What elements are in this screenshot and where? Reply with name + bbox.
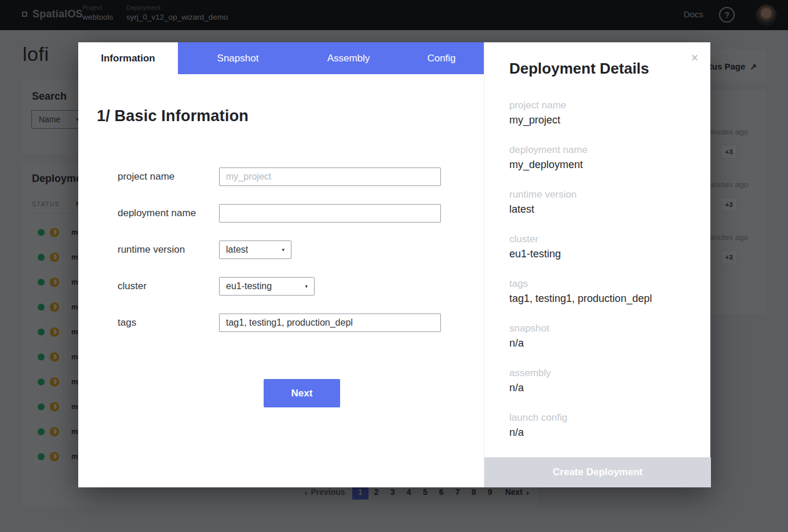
details-field-label: cluster [509, 232, 693, 246]
runtime-version-label: runtime version [118, 244, 219, 256]
cluster-label: cluster [118, 280, 219, 292]
create-deployment-wizard: Information Snapshot Assembly Config 1/ … [78, 42, 710, 487]
details-field-label: snapshot [509, 322, 693, 335]
form-row-tags: tags [118, 314, 484, 332]
form-row-deployment-name: deployment name [118, 204, 484, 223]
close-icon[interactable]: × [688, 52, 701, 64]
wizard-tab[interactable]: Config [399, 42, 484, 74]
details-field: runtime version latest [509, 188, 693, 217]
basic-information-form: project name deployment name runtime ver… [97, 167, 484, 407]
wizard-body: 1/ Basic Information project name deploy… [78, 74, 484, 407]
chevron-down-icon: ▾ [305, 283, 308, 289]
runtime-version-select[interactable]: latest ▾ [219, 241, 291, 259]
details-field-label: tags [509, 277, 693, 290]
details-field: cluster eu1-testing [509, 232, 693, 262]
wizard-tabs: Information Snapshot Assembly Config [78, 42, 484, 74]
create-deployment-button[interactable]: Create Deployment [484, 457, 711, 487]
details-field-label: assembly [509, 366, 693, 380]
details-field-label: runtime version [509, 188, 693, 201]
details-field-value: n/a [509, 380, 693, 396]
details-field-label: project name [509, 99, 693, 112]
form-row-project-name: project name [118, 167, 484, 186]
form-row-cluster: cluster eu1-testing ▾ [118, 277, 484, 296]
cluster-select[interactable]: eu1-testing ▾ [219, 277, 315, 296]
details-field: assembly n/a [509, 366, 693, 396]
details-field-value: my_project [509, 112, 693, 128]
deployment-details-panel: × Deployment Details project name my_pro… [484, 42, 710, 487]
form-row-runtime-version: runtime version latest ▾ [118, 241, 484, 259]
details-field-value: n/a [509, 424, 693, 440]
details-field-label: launch config [509, 411, 693, 424]
tags-input[interactable] [219, 314, 441, 332]
details-field-value: latest [509, 201, 693, 217]
details-field-value: my_deployment [509, 156, 693, 173]
deployment-name-label: deployment name [118, 207, 219, 219]
next-button[interactable]: Next [264, 379, 340, 407]
runtime-version-value: latest [226, 245, 248, 255]
cluster-value: eu1-testing [226, 281, 272, 291]
chevron-down-icon: ▾ [282, 247, 284, 253]
details-title: Deployment Details [509, 60, 693, 78]
details-field: deployment name my_deployment [509, 143, 693, 173]
details-field-value: n/a [509, 335, 693, 351]
step-title: 1/ Basic Information [97, 107, 484, 125]
details-field-value: eu1-testing [509, 246, 693, 262]
details-field: project name my_project [509, 99, 693, 128]
details-field-label: deployment name [509, 143, 693, 156]
details-fields: project name my_project deployment name … [509, 99, 693, 440]
wizard-tab[interactable]: Snapshot [178, 42, 298, 74]
details-field: tags tag1, testing1, production_depl [509, 277, 693, 307]
details-field: snapshot n/a [509, 322, 693, 351]
project-name-input[interactable] [219, 167, 441, 186]
details-field: launch config n/a [509, 411, 693, 440]
project-name-label: project name [118, 171, 219, 183]
wizard-tab[interactable]: Assembly [298, 42, 399, 74]
deployment-name-input[interactable] [219, 204, 441, 223]
wizard-tab[interactable]: Information [78, 42, 178, 74]
tags-label: tags [118, 317, 219, 329]
wizard-pane: Information Snapshot Assembly Config 1/ … [78, 42, 484, 487]
details-field-value: tag1, testing1, production_depl [509, 290, 693, 307]
